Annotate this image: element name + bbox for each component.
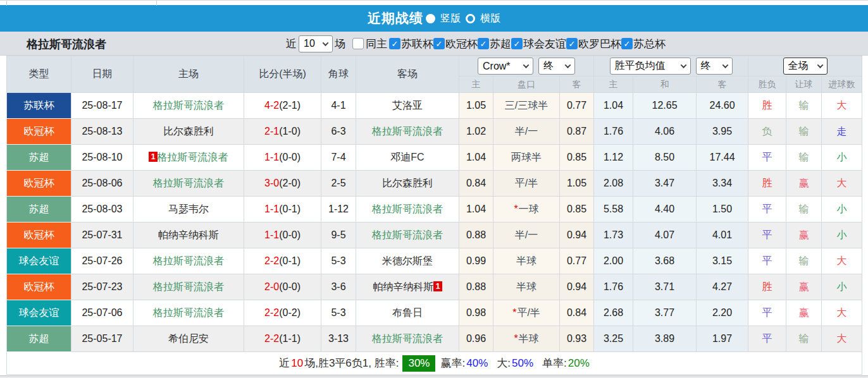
halftime-score: (2-1) (279, 100, 301, 111)
win-odds-rate: 40% (466, 357, 488, 370)
page-title: 近期战绩 (368, 9, 423, 27)
scope-select[interactable]: 全场 (783, 58, 828, 75)
summary-near-count: 10 (291, 357, 303, 370)
league-filter[interactable]: ✓ 苏总杯 (621, 37, 666, 51)
handicap-cell: *半球 (493, 326, 560, 352)
summary-line: 近 10 场,胜3平6负1, 胜率: 30% 赢率: 40% 大: 50% 单率… (7, 355, 862, 372)
halftime-score: (0-1) (279, 204, 301, 214)
home-team-name: 格拉斯哥流浪者 (153, 255, 224, 266)
home-team-name: 格拉斯哥流浪者 (158, 152, 228, 162)
avg-odds-select[interactable]: 胜平负均值 (610, 58, 691, 75)
avg-away-cell: 3.34 (697, 171, 748, 197)
chevron-down-icon (680, 62, 686, 68)
date-cell: 25-08-17 (71, 93, 133, 119)
avg-draw-cell: 3.47 (633, 171, 697, 197)
handicap-text: 半球 (516, 255, 536, 266)
checkbox-checked-icon[interactable]: ✓ (511, 38, 523, 49)
layout-vertical-option[interactable]: 竖版 (440, 12, 461, 25)
avg-home-cell: 3.25 (594, 326, 633, 352)
previous-section-remnant (0, 0, 868, 5)
avg-home-cell: 1.04 (594, 93, 633, 119)
handicap-result-cell: 输 (786, 248, 822, 274)
away-team-cell: 格拉斯哥流浪者 (356, 197, 459, 223)
league-cell: 欧冠杯 (7, 274, 71, 300)
avg-draw-cell: 12.65 (633, 93, 697, 119)
chevron-down-icon (817, 62, 823, 68)
score-cell: 1-1(0-0) (244, 223, 321, 248)
handicap-result-cell: 赢 (786, 223, 822, 248)
radio-unselected-icon[interactable] (466, 14, 475, 23)
odds-state-select[interactable]: 终 (538, 58, 575, 75)
team-name: 格拉斯哥流浪者 (27, 37, 106, 52)
league-cell: 欧冠杯 (7, 171, 71, 197)
avg-draw-cell: 3.71 (633, 274, 697, 300)
table-row: 欧冠杯 25-07-31 帕纳辛纳科斯 1-1(0-0) 9-5 格拉斯哥流浪者… (7, 223, 862, 248)
col-header-date: 日期 (71, 56, 133, 93)
league-filter-group: ✓ 苏联杯 ✓ 欧冠杯 ✓ 苏超 ✓ 球会友谊 ✓ 欧罗巴杯 ✓ 苏总杯 (389, 37, 666, 51)
avg-home-cell: 5.58 (594, 197, 633, 223)
next-section-remnant (0, 375, 868, 378)
home-team-name: 格拉斯哥流浪者 (153, 307, 224, 318)
home-team-cell: 帕纳辛纳科斯 (133, 223, 244, 248)
scope-group: 全场 (748, 56, 862, 76)
checkbox-checked-icon[interactable]: ✓ (433, 38, 445, 49)
odds-away-cell: 0.87 (560, 119, 594, 145)
result-cell: 胜 (748, 171, 786, 197)
league-filter[interactable]: ✓ 欧罗巴杯 (566, 37, 621, 51)
halftime-score: (1-1) (279, 333, 301, 344)
divider (6, 1, 7, 6)
layout-horizontal-option[interactable]: 横版 (480, 12, 500, 25)
summary-row: 近 10 场,胜3平6负1, 胜率: 30% 赢率: 40% 大: 50% 单率… (7, 352, 862, 375)
home-team-cell: 格拉斯哥流浪者 (133, 300, 244, 326)
avg-state-select[interactable]: 终 (696, 58, 733, 75)
odds-home-cell: 0.88 (459, 274, 493, 300)
date-cell: 25-05-17 (71, 326, 133, 352)
checkbox-checked-icon[interactable]: ✓ (621, 38, 633, 49)
table-row: 球会友谊 25-07-26 格拉斯哥流浪者 2-2(0-1) 5-3 米德尔斯堡… (7, 248, 862, 274)
odds-company-select[interactable]: Crow* (478, 58, 533, 75)
league-filter[interactable]: ✓ 球会友谊 (511, 37, 566, 51)
away-team-name: 格拉斯哥流浪者 (372, 204, 443, 214)
odds-away-cell: 0.94 (560, 223, 594, 248)
checkbox-checked-icon[interactable]: ✓ (389, 38, 400, 49)
league-filter[interactable]: ✓ 苏联杯 (389, 37, 433, 51)
league-filter-label: 苏超 (490, 37, 511, 51)
goals-result-cell: 走 (822, 119, 862, 145)
table-row: 苏超 25-08-03 马瑟韦尔 1-1(0-1) 1-12 格拉斯哥流浪者 1… (7, 197, 862, 223)
odds-away-cell: 0.85 (560, 197, 594, 223)
score-cell: 4-2(2-1) (244, 93, 321, 119)
filter-bar: 格拉斯哥流浪者 近 10 场 同主 ✓ 苏联杯 ✓ 欧冠杯 ✓ 苏超 ✓ 球会友… (0, 32, 868, 56)
league-filter-label: 苏总杯 (633, 37, 666, 51)
handicap-cell: 三/三球半 (493, 93, 560, 119)
same-host-checkbox[interactable] (352, 38, 364, 49)
date-cell: 25-07-06 (71, 300, 133, 326)
home-team-cell: 1格拉斯哥流浪者 (133, 145, 244, 171)
away-team-cell: 帕纳辛纳科斯1 (356, 274, 459, 300)
halftime-score: (0-2) (279, 307, 301, 318)
date-cell: 25-07-23 (71, 274, 133, 300)
league-filter[interactable]: ✓ 苏超 (478, 37, 511, 51)
filter-controls: 近 10 场 同主 ✓ 苏联杯 ✓ 欧冠杯 ✓ 苏超 ✓ 球会友谊 ✓ 欧罗巴杯… (286, 32, 666, 56)
radio-selected-icon[interactable] (426, 14, 435, 23)
halftime-score: (0-0) (279, 281, 301, 292)
section-title-bar: 近期战绩 竖版 横版 (0, 5, 868, 32)
table-row: 欧冠杯 25-08-06 格拉斯哥流浪者 3-0(2-0) 2-5 比尔森胜利 … (7, 171, 862, 197)
handicap-star: * (512, 307, 516, 318)
avg-odds-group: 胜平负均值 终 (594, 56, 748, 76)
matches-count-select[interactable]: 10 (299, 35, 333, 52)
chevron-down-icon (523, 62, 530, 68)
avg-draw-cell: 3.68 (633, 248, 697, 274)
date-cell: 25-08-06 (71, 171, 133, 197)
avg-draw-cell: 4.06 (633, 119, 697, 145)
handicap-cell: 平/半 (493, 171, 560, 197)
checkbox-checked-icon[interactable]: ✓ (478, 38, 489, 49)
fulltime-score: 2-0 (264, 281, 279, 292)
handicap-cell: 半球 (493, 274, 560, 300)
league-filter[interactable]: ✓ 欧冠杯 (433, 37, 478, 51)
checkbox-checked-icon[interactable]: ✓ (566, 38, 578, 49)
avg-home-cell: 1.76 (594, 274, 633, 300)
chevron-down-icon (722, 62, 728, 68)
handicap-result-cell: 输 (786, 197, 822, 223)
goals-result-cell: 小 (822, 274, 862, 300)
home-team-name: 希伯尼安 (168, 333, 209, 344)
